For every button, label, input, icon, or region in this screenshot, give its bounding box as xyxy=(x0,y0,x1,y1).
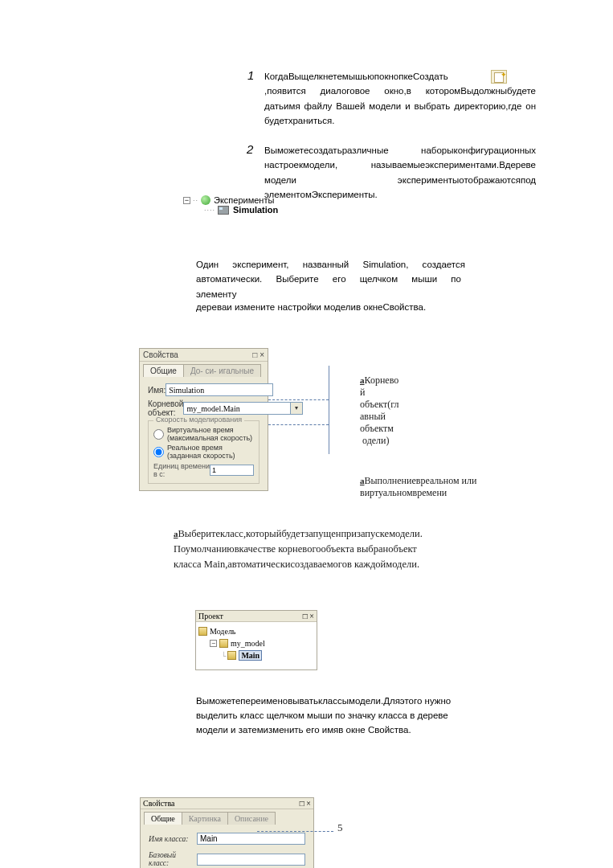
callout-line-radio xyxy=(268,424,329,425)
step-number-1: 1 xyxy=(247,68,254,82)
tab-other[interactable]: До- си- игальные xyxy=(183,364,261,377)
properties-panel-1: Свойства □ × Общие До- си- игальные Имя:… xyxy=(139,348,268,491)
label-classname: Имя класса: xyxy=(149,835,197,843)
radio-real[interactable] xyxy=(153,447,164,457)
annotation-root-object: aКорнево й объект(гл авный объектм одели… xyxy=(360,375,408,447)
project-buttons[interactable]: □ × xyxy=(303,612,314,620)
panel3-title: Свойства xyxy=(143,799,175,808)
scale-input[interactable] xyxy=(210,465,254,476)
tab-general[interactable]: Общие xyxy=(143,364,184,377)
properties-panel-3: Свойства □ × Общие Картинка Описание Имя… xyxy=(140,797,314,868)
simulation-label[interactable]: Simulation xyxy=(233,205,278,215)
create-icon xyxy=(491,70,507,84)
tree-connector: └ xyxy=(221,652,226,660)
scale-label: Единиц времени в с: xyxy=(153,462,210,478)
input-classname[interactable] xyxy=(197,833,305,845)
annotation-5: 5 xyxy=(337,821,343,834)
tree-row-mymodel[interactable]: − my_model xyxy=(198,637,314,649)
callout-line-5 xyxy=(257,831,333,832)
annot1-l1: й xyxy=(360,387,365,398)
simulation-icon xyxy=(218,206,229,215)
tab-general-3[interactable]: Общие xyxy=(144,812,182,825)
package-icon xyxy=(219,639,228,648)
annot1-l5: одели) xyxy=(362,435,390,446)
input-baseclass[interactable] xyxy=(197,854,305,866)
para4: aВыберитекласс,которыйбудетзапущенпризап… xyxy=(174,526,447,571)
input-root[interactable] xyxy=(183,402,291,415)
para5: Выможетепереименовыватьклассымодели.Дляэ… xyxy=(196,694,469,737)
project-tree: Модель − my_model └ Main xyxy=(196,622,317,669)
experiments-tree: − ·· Эксперименты ···· Simulation xyxy=(183,195,278,215)
model-folder-icon xyxy=(198,627,207,636)
project-panel: Проект □ × Модель − my_model └ Main xyxy=(195,610,317,670)
para4-text: Выберитекласс,которыйбудетзапущенпризапу… xyxy=(174,528,423,570)
tab-description[interactable]: Описание xyxy=(227,812,276,825)
para3b: дереваи измените настройки моделив окнеС… xyxy=(196,300,533,314)
annotation-execution: aВыполнениевреальном или виртуальномврем… xyxy=(360,475,480,499)
tree-row-model[interactable]: Модель xyxy=(198,625,314,637)
class-icon xyxy=(227,651,236,660)
dropdown-icon[interactable]: ▾ xyxy=(291,402,303,415)
radio-virtual-label: Виртуальное время (максимальная скорость… xyxy=(167,426,254,442)
project-title: Проект xyxy=(198,612,223,620)
mymodel-label: my_model xyxy=(231,639,265,648)
collapse-icon[interactable]: − xyxy=(183,197,190,204)
callout-vertical xyxy=(329,366,329,454)
annot1-l2: объект(гл xyxy=(360,399,399,410)
para3: Один эксперимент, названный Simulation, … xyxy=(196,257,465,301)
panel3-buttons[interactable]: □ × xyxy=(300,799,311,808)
experiments-label: Эксперименты xyxy=(214,195,274,205)
model-label: Модель xyxy=(210,627,235,636)
label-root: Корневой объект: xyxy=(148,399,183,417)
label-baseclass: Базовый класс: xyxy=(149,851,197,867)
panel1-title: Свойства xyxy=(143,350,178,359)
speed-group: Скорость моделирования Виртуальное время… xyxy=(148,420,260,484)
annot2-text: Выполнениевреальном или виртуальномвреме… xyxy=(360,475,476,498)
radio-real-label: Реальное время (заданная скорость) xyxy=(167,444,254,460)
experiments-folder-icon xyxy=(201,195,210,205)
collapse-icon[interactable]: − xyxy=(210,640,217,647)
panel1-buttons[interactable]: □ × xyxy=(252,350,264,359)
tab-image[interactable]: Картинка xyxy=(182,812,228,825)
tree-row-main[interactable]: └ Main xyxy=(198,649,314,661)
group-title: Скорость моделирования xyxy=(153,416,244,424)
step1-text-b: ,появится диалоговое окно,в которомВыдол… xyxy=(264,86,536,125)
panel1-titlebar: Свойства □ × xyxy=(140,349,268,362)
step1-paragraph: КогдаВыщелкнетемышьюпокнопкеСоздать ,поя… xyxy=(264,69,536,129)
tree-connector: ·· xyxy=(193,196,198,204)
callout-line-root xyxy=(268,399,329,400)
main-label: Main xyxy=(239,650,262,661)
annot1-l3: авный xyxy=(360,411,386,422)
label-name: Имя: xyxy=(148,386,166,395)
radio-virtual[interactable] xyxy=(153,429,164,440)
annot1-l4: объектм xyxy=(360,423,394,434)
panel1-tabs: Общие До- си- игальные xyxy=(140,362,268,377)
input-name[interactable] xyxy=(166,383,273,396)
step-number-2: 2 xyxy=(247,142,253,156)
tree-connector: ···· xyxy=(204,206,215,214)
annot1-l0: Корнево xyxy=(365,375,399,386)
step2-paragraph: Выможетесоздатьразличные наборыконфигура… xyxy=(264,143,536,203)
step1-text-a: КогдаВыщелкнетемышьюпокнопкеСоздать xyxy=(264,72,448,81)
